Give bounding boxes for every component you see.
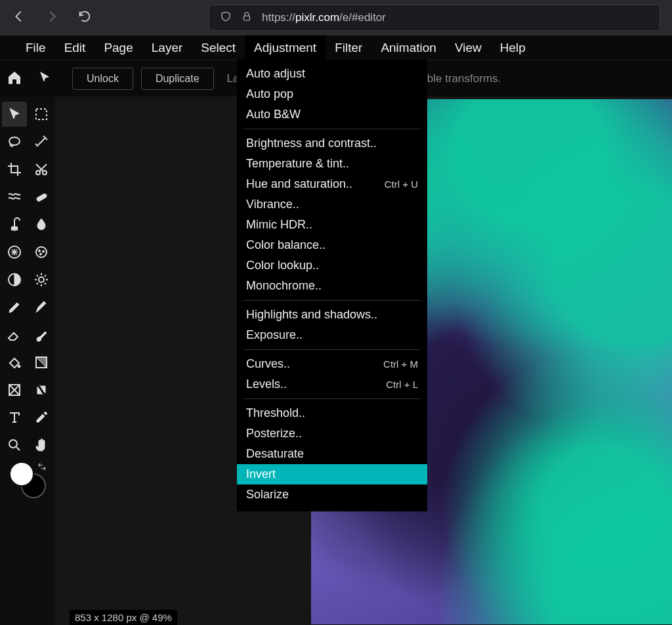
adjustment-monochrome[interactable]: Monochrome.. [237,276,427,296]
menu-file[interactable]: File [16,35,55,60]
adjustment-temperature-tint[interactable]: Temperature & tint.. [237,154,427,174]
foreground-color[interactable] [9,462,34,486]
tool-fill[interactable] [2,350,27,375]
adjustment-posterize[interactable]: Posterize.. [237,423,427,444]
tool-liquify[interactable] [2,184,27,209]
menu-animation[interactable]: Animation [371,35,446,60]
status-bar: 853 x 1280 px @ 49% [70,610,177,625]
tool-bw[interactable] [2,267,27,292]
svg-point-11 [39,253,41,255]
adjustment-desaturate[interactable]: Desaturate [237,444,427,464]
menu-edit[interactable]: Edit [55,35,95,60]
unlock-button[interactable]: Unlock [72,68,133,90]
svg-point-13 [39,277,44,282]
dropdown-separator [243,349,421,350]
tool-crop[interactable] [2,157,27,182]
toolbox [0,97,55,625]
svg-rect-5 [36,193,47,202]
tool-gradient[interactable] [29,350,54,375]
back-icon[interactable] [12,9,26,26]
tool-shape[interactable] [2,377,27,402]
home-icon[interactable] [7,70,22,88]
tool-pen[interactable] [2,295,27,320]
adjustment-threshold[interactable]: Threshold.. [237,403,427,423]
adjustment-solarize[interactable]: Solarize [237,485,427,505]
tool-disperse[interactable] [2,240,27,265]
adjustment-brightness-and-contrast[interactable]: Brightness and contrast.. [237,133,427,154]
swap-colors-icon[interactable] [37,462,47,475]
adjustment-levels[interactable]: Levels..Ctrl + L [237,374,427,395]
browser-url-bar: https://pixlr.com/e/#editor [0,0,672,35]
tool-paintbrush[interactable] [29,322,54,347]
tool-settings[interactable] [29,267,54,292]
tool-zoom[interactable] [2,433,27,458]
tool-eyedropper[interactable] [29,405,54,430]
tool-blur[interactable] [29,212,54,237]
tool-lasso[interactable] [2,129,27,154]
forward-icon[interactable] [45,9,59,26]
tool-eraser[interactable] [2,322,27,347]
tool-marquee[interactable] [29,102,54,127]
svg-rect-1 [36,109,47,119]
tool-text[interactable] [2,405,27,430]
adjustment-curves[interactable]: Curves..Ctrl + M [237,354,427,374]
tool-clone[interactable] [2,212,27,237]
svg-point-14 [18,365,20,368]
menu-filter[interactable]: Filter [326,35,371,60]
url-field[interactable]: https://pixlr.com/e/#editor [209,5,660,31]
tool-cut[interactable] [29,157,54,182]
shield-icon [220,11,232,25]
dropdown-separator [243,399,421,399]
svg-point-19 [9,440,17,448]
dropdown-separator [243,129,421,129]
menu-help[interactable]: Help [491,35,535,60]
adjustment-highlights-and-shadows[interactable]: Highlights and shadows.. [237,305,427,325]
tool-move[interactable] [2,102,27,127]
svg-point-9 [38,250,40,252]
reload-icon[interactable] [77,9,92,26]
adjustment-auto-pop[interactable]: Auto pop [237,84,427,104]
adjustment-mimic-hdr[interactable]: Mimic HDR.. [237,215,427,235]
adjustment-color-lookup[interactable]: Color lookup.. [237,255,427,276]
color-swatch[interactable] [9,462,46,498]
adjustment-auto-b-w[interactable]: Auto B&W [237,104,427,125]
tool-heal[interactable] [29,184,54,209]
adjustment-hue-and-saturation[interactable]: Hue and saturation..Ctrl + U [237,174,427,194]
adjustment-vibrance[interactable]: Vibrance.. [237,194,427,215]
tool-brush[interactable] [29,295,54,320]
url-text: https://pixlr.com/e/#editor [262,11,386,24]
menu-view[interactable]: View [446,35,491,60]
tool-wand[interactable] [29,129,54,154]
dropdown-separator [243,300,421,301]
menu-layer[interactable]: Layer [142,35,192,60]
pointer-icon[interactable] [37,70,52,88]
adjustment-color-balance[interactable]: Color balance.. [237,235,427,255]
tool-smudge[interactable] [29,377,54,402]
svg-point-6 [11,226,18,230]
svg-point-2 [9,137,20,145]
menu-adjustment[interactable]: Adjustment [245,35,326,60]
svg-rect-0 [244,16,250,20]
menu-select[interactable]: Select [192,35,245,60]
menu-page[interactable]: Page [94,35,142,60]
adjustment-invert[interactable]: Invert [237,464,427,485]
tool-hand[interactable] [29,433,54,458]
menu-bar: FileEditPageLayerSelectAdjustmentFilterA… [0,35,672,60]
svg-point-10 [42,251,44,253]
adjustment-auto-adjust[interactable]: Auto adjust [237,64,427,84]
adjustment-dropdown: Auto adjustAuto popAuto B&WBrightness an… [237,60,427,511]
duplicate-button[interactable]: Duplicate [141,68,214,90]
svg-point-8 [36,247,47,257]
adjustment-exposure[interactable]: Exposure.. [237,325,427,345]
lock-icon [241,11,253,25]
tool-sponge[interactable] [29,240,54,265]
